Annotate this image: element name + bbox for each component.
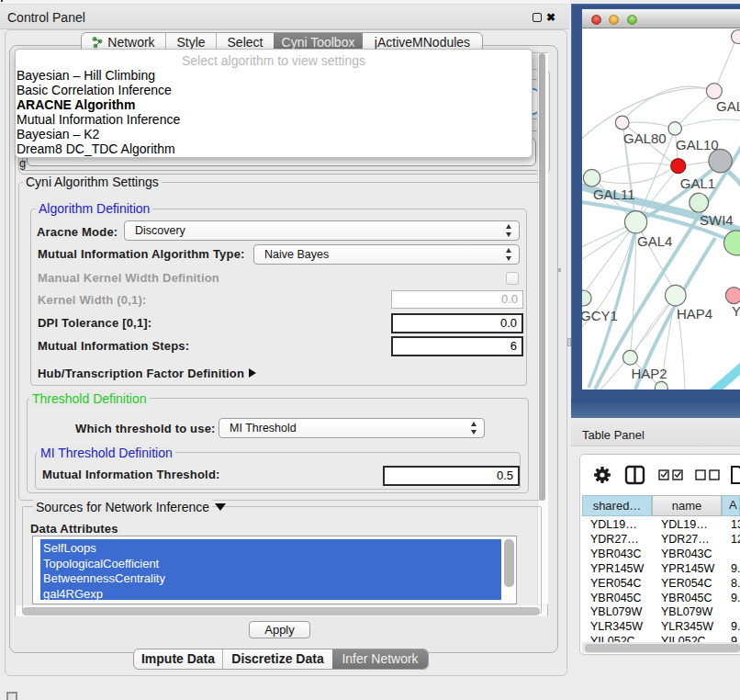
- svg-text:GAL80: GAL80: [623, 130, 667, 146]
- svg-text:SWI4: SWI4: [700, 212, 734, 228]
- svg-text:GAL1: GAL1: [680, 175, 715, 191]
- svg-text:Y: Y: [732, 303, 740, 319]
- svg-text:HAP4: HAP4: [677, 306, 712, 322]
- svg-text:GAL10: GAL10: [676, 137, 719, 152]
- svg-text:GAL4: GAL4: [637, 233, 672, 249]
- svg-text:GAL11: GAL11: [593, 186, 635, 202]
- svg-text:GAL2: GAL2: [716, 98, 740, 114]
- svg-text:HAP2: HAP2: [632, 366, 667, 381]
- svg-text:GCY1: GCY1: [582, 308, 618, 323]
